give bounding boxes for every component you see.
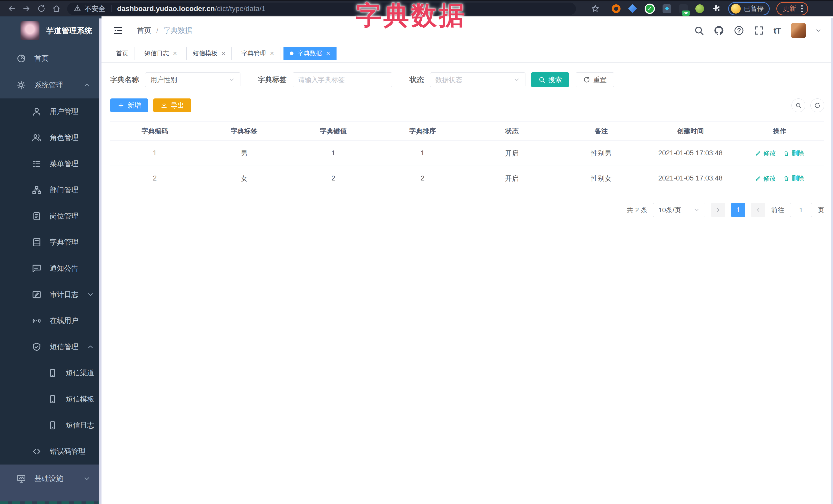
dict-tag-input[interactable]	[293, 72, 392, 87]
profile-paused-chip[interactable]: 已暂停	[728, 2, 770, 16]
sidebar-item-notice[interactable]: 通知公告	[0, 255, 101, 282]
page-content: 字典名称 用户性别 字典标签 状态 数据状态 搜索 重置	[101, 63, 833, 217]
export-button[interactable]: 导出	[153, 98, 191, 112]
tab-sms-log[interactable]: 短信日志	[138, 47, 183, 60]
sidebar-item-label: 基础设施	[34, 474, 63, 483]
sidebar-item-label: 岗位管理	[50, 211, 78, 221]
font-size-icon[interactable]: tT	[774, 26, 781, 35]
search-icon[interactable]	[694, 25, 704, 36]
sidebar-item-sms-management[interactable]: 短信管理	[0, 334, 101, 360]
paused-label: 已暂停	[744, 4, 764, 13]
tab-close-icon[interactable]	[221, 50, 225, 57]
sidebar-item-dict-management[interactable]: 字典管理	[0, 229, 101, 255]
reset-button[interactable]: 重置	[576, 72, 614, 87]
extension-icon[interactable]	[628, 4, 637, 13]
extension-icon[interactable]	[612, 4, 620, 13]
sidebar-item-user-management[interactable]: 用户管理	[0, 98, 101, 125]
tab-sms-template[interactable]: 短信模板	[186, 47, 232, 60]
browser-forward-icon[interactable]	[19, 2, 34, 16]
extension-icon[interactable]	[695, 4, 704, 13]
phone-icon	[48, 368, 57, 378]
tab-close-icon[interactable]	[270, 50, 274, 57]
delete-link[interactable]: 删除	[783, 174, 804, 183]
toggle-search-button[interactable]	[791, 98, 805, 112]
sidebar-item-post-management[interactable]: 岗位管理	[0, 203, 101, 229]
sidebar-item-home[interactable]: 首页	[0, 45, 101, 72]
refresh-table-button[interactable]	[810, 98, 824, 112]
book-icon	[32, 237, 42, 247]
sidebar-item-sms-channel[interactable]: 短信渠道	[0, 360, 101, 386]
tab-dict-data[interactable]: 字典数据	[284, 47, 336, 60]
monitor-icon	[17, 474, 26, 483]
window-scrollbar[interactable]	[831, 18, 833, 504]
sidebar-item-role-management[interactable]: 角色管理	[0, 125, 101, 151]
sidebar-item-label: 短信日志	[66, 421, 94, 430]
sidebar-item-system-management[interactable]: 系统管理	[0, 72, 101, 98]
edit-link[interactable]: 修改	[755, 174, 776, 183]
cell-status: 开启	[467, 174, 556, 183]
address-bar[interactable]: 不安全 dashboard.yudao.iocoder.cn/dict/type…	[67, 3, 576, 15]
extension-icon[interactable]: ✓	[645, 4, 655, 14]
fullscreen-icon[interactable]	[754, 25, 764, 36]
avatar-caret-down-icon[interactable]	[815, 27, 822, 34]
sidebar-item-audit-log[interactable]: 审计日志	[0, 282, 101, 308]
browser-home-icon[interactable]	[49, 2, 64, 16]
search-button[interactable]: 搜索	[531, 72, 569, 87]
sidebar-item-infrastructure[interactable]: 基础设施	[0, 464, 101, 493]
org-tree-icon	[32, 185, 42, 195]
col-dict-label: 字典标签	[199, 127, 289, 136]
add-button-label: 新增	[128, 101, 141, 110]
sidebar-item-dept-management[interactable]: 部门管理	[0, 177, 101, 203]
page-size-value: 10条/页	[659, 206, 681, 215]
page-size-select[interactable]: 10条/页	[653, 203, 705, 217]
cell-status: 开启	[467, 149, 556, 158]
tab-close-icon[interactable]	[173, 50, 177, 57]
browser-reload-icon[interactable]	[34, 2, 49, 16]
sidebar-item-label: 短信管理	[50, 342, 78, 352]
browser-menu-kebab-icon[interactable]	[800, 4, 804, 13]
sidebar-item-label: 短信渠道	[66, 368, 94, 378]
phone-icon	[48, 421, 57, 430]
extensions-puzzle-icon[interactable]	[712, 4, 720, 14]
sidebar-scrollbar[interactable]	[99, 19, 101, 504]
github-icon[interactable]	[714, 25, 724, 36]
bookmark-star-icon[interactable]	[588, 2, 602, 16]
tab-label: 字典数据	[298, 49, 322, 57]
page-1-button[interactable]: 1	[731, 203, 745, 217]
dict-name-select[interactable]: 用户性别	[145, 72, 240, 87]
url-host: dashboard.yudao.iocoder.cn	[117, 5, 215, 13]
sidebar-item-label: 部门管理	[50, 185, 78, 195]
extension-icon[interactable]: on	[679, 4, 688, 13]
url-text[interactable]: dashboard.yudao.iocoder.cn/dict/type/dat…	[117, 5, 265, 13]
add-button[interactable]: 新增	[110, 98, 148, 112]
table-header-row: 字典编码 字典标签 字典键值 字典排序 状态 备注 创建时间 操作	[110, 122, 824, 141]
status-select[interactable]: 数据状态	[430, 72, 525, 87]
sidebar-item-online-users[interactable]: 在线用户	[0, 308, 101, 334]
online-signal-icon	[32, 316, 42, 326]
delete-link[interactable]: 删除	[783, 149, 804, 158]
goto-page-input[interactable]	[790, 203, 812, 217]
next-page-button[interactable]	[751, 203, 765, 217]
browser-update-button[interactable]: 更新	[776, 2, 808, 16]
code-icon	[32, 447, 42, 456]
help-icon[interactable]	[734, 25, 744, 36]
extension-icon[interactable]	[663, 4, 671, 13]
tab-home[interactable]: 首页	[110, 47, 135, 60]
table-tools	[791, 98, 824, 112]
cell-dict-label: 女	[199, 174, 289, 183]
browser-back-icon[interactable]	[4, 2, 19, 16]
tab-close-icon[interactable]	[326, 50, 330, 57]
prev-page-button[interactable]	[711, 203, 725, 217]
tab-dict-management[interactable]: 字典管理	[235, 47, 280, 60]
sidebar-logo[interactable]: 芋道管理系统	[0, 17, 101, 45]
user-avatar[interactable]	[791, 23, 806, 38]
sidebar-item-sms-template[interactable]: 短信模板	[0, 386, 101, 412]
sidebar-item-menu-management[interactable]: 菜单管理	[0, 151, 101, 177]
edit-link[interactable]: 修改	[755, 149, 776, 158]
sidebar-item-error-code[interactable]: 错误码管理	[0, 438, 101, 464]
security-label[interactable]: 不安全	[85, 4, 105, 13]
sidebar-item-sms-log[interactable]: 短信日志	[0, 412, 101, 438]
sidebar-fold-icon[interactable]	[113, 25, 123, 36]
sidebar-item-label: 菜单管理	[50, 159, 78, 169]
breadcrumb-home[interactable]: 首页	[137, 26, 151, 35]
